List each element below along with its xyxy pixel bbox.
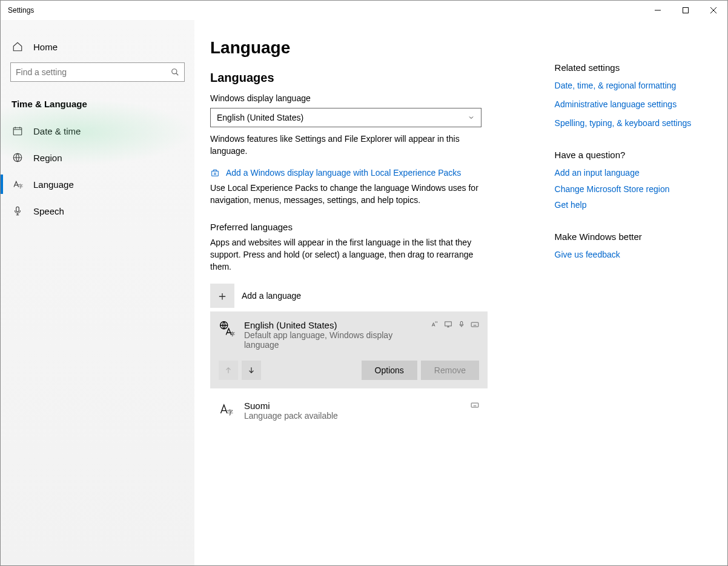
nav-language[interactable]: 字 Language: [1, 171, 194, 198]
link-date-regional[interactable]: Date, time, & regional formatting: [555, 80, 703, 92]
keyboard-icon: [471, 320, 479, 328]
svg-text:字: 字: [227, 409, 233, 416]
language-desc: Default app language, Windows display la…: [244, 330, 422, 350]
question-head: Have a question?: [555, 150, 703, 160]
options-button[interactable]: Options: [362, 361, 417, 380]
nav-label: Speech: [33, 206, 64, 216]
link-feedback[interactable]: Give us feedback: [555, 249, 703, 261]
search-box[interactable]: [10, 62, 185, 82]
maximize-icon: [683, 7, 689, 13]
svg-rect-12: [471, 403, 478, 407]
search-input[interactable]: [16, 67, 171, 77]
display-language-help: Windows features like Settings and File …: [210, 133, 481, 157]
display-icon: [444, 320, 452, 328]
nav-speech[interactable]: Speech: [1, 198, 194, 224]
link-get-help[interactable]: Get help: [555, 199, 703, 211]
svg-text:字: 字: [18, 184, 23, 189]
nav-region[interactable]: Region: [1, 144, 194, 171]
text-to-speech-icon: [431, 320, 439, 328]
svg-rect-2: [13, 128, 22, 135]
home-label: Home: [33, 42, 58, 52]
better-head: Make Windows better: [555, 231, 703, 242]
window-title: Settings: [8, 6, 34, 15]
maximize-button[interactable]: [672, 1, 700, 20]
link-add-input-language[interactable]: Add an input language: [555, 167, 703, 179]
arrow-down-icon: [247, 366, 256, 375]
svg-point-1: [172, 69, 177, 74]
link-admin-language[interactable]: Administrative language settings: [555, 99, 703, 110]
move-up-button: [219, 361, 238, 380]
close-icon: [710, 7, 716, 13]
link-change-store-region[interactable]: Change Microsoft Store region: [555, 184, 703, 195]
language-glyph-icon: 字: [219, 320, 236, 337]
globe-icon: [12, 151, 24, 164]
nav-date-time[interactable]: Date & time: [1, 118, 194, 144]
language-card-suomi[interactable]: 字 Suomi Language pack available: [210, 392, 488, 429]
language-desc: Language pack available: [244, 411, 462, 421]
titlebar: Settings: [1, 1, 727, 20]
microphone-icon: [12, 205, 24, 217]
add-language-button[interactable]: ＋ Add a language: [210, 284, 531, 308]
chevron-down-icon: [468, 114, 475, 121]
related-settings-head: Related settings: [555, 62, 703, 73]
store-help: Use Local Experience Packs to change the…: [210, 182, 481, 206]
language-name: English (United States): [244, 320, 422, 330]
language-card-english[interactable]: 字 English (United States) Default app la…: [210, 311, 488, 388]
nav-label: Language: [33, 179, 74, 190]
display-language-dropdown[interactable]: English (United States): [210, 108, 481, 127]
language-capabilities: [431, 320, 479, 328]
svg-rect-10: [471, 322, 478, 327]
store-link[interactable]: Add a Windows display language with Loca…: [226, 168, 461, 178]
preferred-help: Apps and websites will appear in the fir…: [210, 237, 481, 273]
arrow-up-icon: [224, 366, 233, 375]
section-label: Time & Language: [1, 93, 194, 118]
calendar-clock-icon: [12, 125, 24, 137]
display-language-label: Windows display language: [210, 93, 531, 103]
close-button[interactable]: [700, 1, 727, 20]
language-name: Suomi: [244, 401, 462, 411]
home-nav[interactable]: Home: [1, 35, 194, 59]
minimize-button[interactable]: [644, 1, 672, 20]
svg-rect-8: [445, 322, 452, 326]
add-language-label: Add a language: [242, 291, 301, 301]
minimize-icon: [655, 7, 661, 13]
svg-text:字: 字: [230, 331, 235, 337]
languages-heading: Languages: [210, 71, 531, 85]
page-title: Language: [210, 38, 531, 58]
link-spelling-keyboard[interactable]: Spelling, typing, & keyboard settings: [555, 118, 703, 129]
remove-button: Remove: [421, 361, 479, 380]
language-capabilities: [471, 401, 479, 409]
language-icon: 字: [12, 178, 24, 190]
keyboard-icon: [471, 401, 479, 409]
preferred-heading: Preferred languages: [210, 222, 531, 232]
sidebar: Home Time & Language Date & time Region …: [1, 20, 194, 565]
search-icon: [171, 68, 179, 76]
language-glyph-icon: 字: [219, 401, 236, 418]
display-language-value: English (United States): [217, 113, 303, 122]
nav-label: Region: [33, 153, 62, 163]
plus-icon: ＋: [210, 284, 234, 308]
move-down-button[interactable]: [242, 361, 261, 380]
nav-label: Date & time: [33, 126, 81, 136]
svg-rect-5: [16, 207, 19, 211]
svg-rect-0: [683, 8, 689, 13]
svg-rect-9: [460, 321, 463, 325]
speech-icon: [457, 320, 466, 328]
store-icon: [210, 168, 220, 178]
home-icon: [12, 41, 24, 53]
